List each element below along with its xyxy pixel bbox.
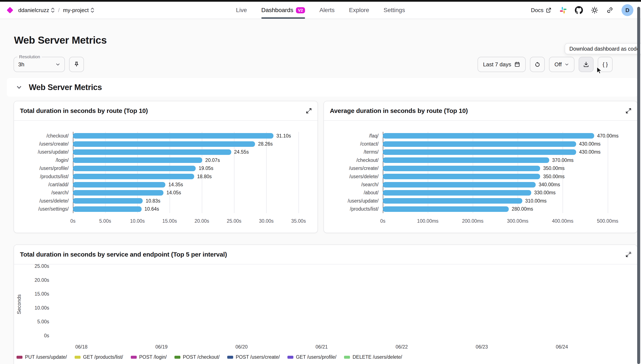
- bar[interactable]: [383, 182, 536, 188]
- expand-icon[interactable]: [626, 108, 631, 114]
- bar-row: 340.00ms: [383, 180, 628, 188]
- x-axis: 0s100.00ms200.00ms300.00ms400.00ms500.00…: [383, 218, 628, 225]
- y-tick-label: 20.00s: [35, 277, 49, 283]
- category-label: /cart/add/: [14, 180, 73, 188]
- time-range-button[interactable]: Last 7 days: [478, 57, 526, 72]
- category-label: /users/delete/: [14, 197, 73, 205]
- category-label: /checkout/: [14, 132, 73, 140]
- legend-label: DELETE /users/delete/: [352, 354, 402, 360]
- bar[interactable]: [73, 158, 202, 163]
- refresh-button[interactable]: [530, 57, 545, 72]
- bar-row: 430.00ms: [383, 140, 628, 148]
- bar[interactable]: [383, 190, 531, 196]
- legend-swatch: [175, 356, 180, 359]
- bar[interactable]: [383, 166, 540, 171]
- category-label: /users/create/: [324, 164, 383, 172]
- chart-legend: PUT /users/update/GET /products/list/POS…: [17, 354, 637, 360]
- download-icon: [583, 61, 589, 68]
- expand-icon[interactable]: [306, 108, 312, 114]
- bar[interactable]: [73, 166, 196, 171]
- bar-value-label: 430.00ms: [579, 141, 600, 147]
- resolution-value: 3h: [18, 61, 24, 68]
- bar-value-label: 310.00ms: [525, 198, 547, 204]
- category-label: /login/: [14, 156, 73, 164]
- y-axis-ticks: 0s5.00s10.00s15.00s20.00s25.00s: [24, 265, 53, 343]
- legend-swatch: [17, 356, 23, 359]
- legend-swatch: [75, 356, 81, 359]
- calendar-icon: [514, 62, 520, 68]
- bar-value-label: 350.00ms: [543, 166, 564, 171]
- bar[interactable]: [73, 174, 194, 179]
- scrollbar[interactable]: [637, 7, 640, 364]
- bar[interactable]: [73, 190, 163, 196]
- legend-item[interactable]: PUT /users/update/: [17, 354, 67, 360]
- resolution-select[interactable]: Resolution 3h: [14, 57, 65, 72]
- bar[interactable]: [383, 198, 522, 204]
- legend-item[interactable]: DELETE /users/delete/: [344, 354, 402, 360]
- page-title: Web Server Metrics: [14, 34, 641, 46]
- bar-plot: 470.00ms430.00ms430.00ms370.00ms350.00ms…: [383, 132, 628, 213]
- tab-alerts[interactable]: Alerts: [319, 2, 335, 19]
- y-tick-label: 0s: [44, 333, 49, 338]
- bar-row: 31.10s: [73, 132, 308, 140]
- category-label: /users/create/: [14, 140, 73, 148]
- x-tick-label: 400.00ms: [552, 218, 573, 224]
- bar[interactable]: [73, 133, 273, 138]
- bar[interactable]: [73, 141, 255, 147]
- bar[interactable]: [383, 158, 549, 163]
- download-dashboard-button[interactable]: [579, 57, 593, 72]
- tab-explore[interactable]: Explore: [349, 2, 369, 19]
- bar[interactable]: [383, 149, 576, 155]
- bar-row: 20.07s: [73, 156, 308, 164]
- bar-row: 280.00ms: [383, 205, 628, 213]
- y-tick-label: 5.00s: [37, 319, 49, 324]
- legend-item[interactable]: POST /login/: [131, 354, 167, 360]
- section-web-server-metrics[interactable]: Web Server Metrics: [7, 78, 637, 96]
- bar-row: 14.35s: [73, 180, 308, 188]
- bar-value-label: 14.05s: [166, 190, 181, 196]
- tab-live[interactable]: Live: [236, 2, 247, 19]
- bar-row: 370.00ms: [383, 156, 628, 164]
- refresh-icon: [534, 61, 540, 68]
- bar[interactable]: [73, 206, 142, 212]
- chevron-down-icon: [16, 84, 22, 90]
- bar[interactable]: [383, 141, 576, 147]
- legend-item[interactable]: GET /products/list/: [75, 354, 123, 360]
- bar-value-label: 18.80s: [197, 174, 212, 180]
- bar-value-label: 20.07s: [205, 158, 220, 163]
- bar-value-label: 19.05s: [199, 166, 213, 171]
- pin-dashboard-button[interactable]: [69, 57, 84, 72]
- y-tick-label: 10.00s: [35, 305, 49, 310]
- x-tick-label: 30.00s: [259, 218, 274, 224]
- x-tick-label: 15.00s: [162, 218, 177, 224]
- tooltip-download-dashboard-as-code: Download dashboard as code: [565, 43, 641, 54]
- bar[interactable]: [383, 174, 540, 179]
- bar[interactable]: [383, 206, 509, 212]
- category-label: /faq/: [324, 132, 383, 140]
- app-window: ddanielcruzz / my-project Live Dashboard…: [0, 0, 641, 364]
- x-tick-label: 20.00s: [195, 218, 209, 224]
- x-tick-label: 06/22: [396, 344, 408, 350]
- auto-refresh-select[interactable]: Off: [549, 57, 574, 72]
- bar[interactable]: [73, 198, 143, 204]
- area-plot[interactable]: [53, 265, 622, 343]
- legend-item[interactable]: POST /users/create/: [227, 354, 280, 360]
- x-tick-label: 10.00s: [130, 218, 145, 224]
- tab-settings[interactable]: Settings: [383, 2, 405, 19]
- bar-category-labels: /faq//contact//terms//checkout//users/cr…: [324, 132, 383, 213]
- x-tick-label: 200.00ms: [462, 218, 483, 224]
- tab-dashboards[interactable]: Dashboards V2: [261, 2, 305, 19]
- legend-item[interactable]: POST /checkout/: [175, 354, 220, 360]
- bar-row: 470.00ms: [383, 132, 628, 140]
- x-tick-label: 06/23: [476, 344, 488, 350]
- bar-value-label: 280.00ms: [512, 206, 533, 212]
- legend-item[interactable]: GET /users/profile/: [287, 354, 336, 360]
- bar-row: 19.05s: [73, 164, 308, 172]
- expand-icon[interactable]: [626, 252, 631, 257]
- bar[interactable]: [73, 149, 231, 155]
- x-tick-label: 0s: [380, 218, 385, 224]
- bar[interactable]: [383, 133, 594, 138]
- category-label: /user/settings/: [14, 205, 73, 213]
- bar[interactable]: [73, 182, 165, 188]
- bar-value-label: 31.10s: [276, 133, 291, 139]
